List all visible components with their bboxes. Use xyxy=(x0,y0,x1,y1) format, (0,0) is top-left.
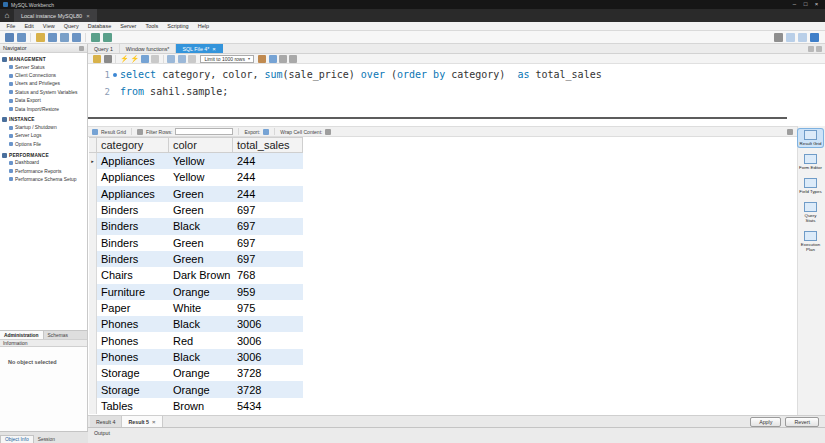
result-tab-result-4[interactable]: Result 4 xyxy=(90,416,122,427)
limit-rows-dropdown[interactable]: Limit to 1000 rows ▾ xyxy=(200,55,254,63)
table-row[interactable]: AppliancesYellow244 xyxy=(89,169,303,185)
cell-category[interactable]: Storage xyxy=(97,365,169,381)
invisible-chars-icon[interactable] xyxy=(279,55,287,63)
create-view-icon[interactable] xyxy=(72,33,81,42)
nav-item-client-connections[interactable]: Client Connections xyxy=(0,71,87,79)
home-icon[interactable]: ⌂ xyxy=(0,9,14,22)
cell-category[interactable]: Paper xyxy=(97,300,169,316)
commit-icon[interactable] xyxy=(178,55,186,63)
table-row[interactable]: BindersBlack697 xyxy=(89,218,303,234)
nav-item-data-export[interactable]: Data Export xyxy=(0,97,87,105)
field-types-panel-button[interactable]: Field Types xyxy=(798,177,823,195)
cell-color[interactable]: Yellow xyxy=(169,169,233,185)
cell-color[interactable]: Dark Brown xyxy=(169,267,233,283)
cell-category[interactable]: Appliances xyxy=(97,153,169,169)
tab-object-info[interactable]: Object Info xyxy=(0,435,34,443)
table-row[interactable]: StorageOrange3728 xyxy=(89,381,303,397)
menu-edit[interactable]: Edit xyxy=(20,23,38,29)
close-tab-icon[interactable]: × xyxy=(152,419,156,425)
cell-color[interactable]: Black xyxy=(169,316,233,332)
cell-color[interactable]: Green xyxy=(169,235,233,251)
nav-item-users-and-privileges[interactable]: Users and Privileges xyxy=(0,80,87,88)
execute-icon[interactable]: ⚡ xyxy=(120,55,128,63)
cell-category[interactable]: Tables xyxy=(97,398,169,414)
cell-color[interactable]: Red xyxy=(169,332,233,348)
cell-color[interactable]: Orange xyxy=(169,284,233,300)
filter-rows-input[interactable] xyxy=(175,128,233,135)
collapse-panel-icon[interactable] xyxy=(79,46,84,51)
table-row[interactable]: AppliancesGreen244 xyxy=(89,186,303,202)
nav-item-server-status[interactable]: Server Status xyxy=(0,63,87,71)
nav-item-options-file[interactable]: Options File xyxy=(0,140,87,148)
cell-color[interactable]: Green xyxy=(169,202,233,218)
menu-server[interactable]: Server xyxy=(116,23,141,29)
panel-bottom-toggle-icon[interactable] xyxy=(798,33,807,42)
cell-category[interactable]: Phones xyxy=(97,349,169,365)
table-row[interactable]: PhonesBlack3006 xyxy=(89,316,303,332)
cell-color[interactable]: Black xyxy=(169,218,233,234)
editor-result-splitter[interactable] xyxy=(88,117,787,119)
cell-color[interactable]: Black xyxy=(169,349,233,365)
table-row[interactable]: ChairsDark Brown768 xyxy=(89,267,303,283)
cell-color[interactable]: Orange xyxy=(169,381,233,397)
cell-category[interactable]: Phones xyxy=(97,316,169,332)
tab-administration[interactable]: Administration xyxy=(0,331,44,339)
execution-plan-panel-button[interactable]: Execution Plan xyxy=(798,230,823,253)
cell-color[interactable]: Orange xyxy=(169,365,233,381)
explain-icon[interactable] xyxy=(141,55,149,63)
table-row[interactable]: TablesBrown5434 xyxy=(89,398,303,414)
cell-total-sales[interactable]: 959 xyxy=(233,284,303,300)
export-icon[interactable] xyxy=(263,129,269,135)
nav-item-status-and-system-variables[interactable]: Status and System Variables xyxy=(0,88,87,96)
close-connection-icon[interactable]: × xyxy=(86,13,90,19)
cell-total-sales[interactable]: 5434 xyxy=(233,398,303,414)
nav-item-data-import-restore[interactable]: Data Import/Restore xyxy=(0,105,87,113)
cell-total-sales[interactable]: 768 xyxy=(233,267,303,283)
cell-category[interactable]: Binders xyxy=(97,202,169,218)
cell-color[interactable]: Green xyxy=(169,251,233,267)
apply-button[interactable]: Apply xyxy=(750,417,781,427)
code-text[interactable]: from sahil.sample; xyxy=(120,86,228,97)
cell-total-sales[interactable]: 244 xyxy=(233,153,303,169)
cell-total-sales[interactable]: 697 xyxy=(233,218,303,234)
rollback-icon[interactable] xyxy=(188,55,196,63)
new-sql-tab-icon[interactable] xyxy=(17,33,26,42)
beautify-icon[interactable] xyxy=(258,55,266,63)
stop-icon[interactable] xyxy=(151,55,159,63)
panel-left-toggle-icon[interactable] xyxy=(786,33,795,42)
table-row[interactable]: BindersGreen697 xyxy=(89,235,303,251)
execute-current-icon[interactable]: ⚡ xyxy=(130,55,138,63)
table-row[interactable]: ▸AppliancesYellow244 xyxy=(89,153,303,169)
cell-color[interactable]: Brown xyxy=(169,398,233,414)
editor-tab-sql-file-4[interactable]: SQL File 4*× xyxy=(176,44,222,53)
open-script-icon[interactable] xyxy=(36,33,45,42)
menu-query[interactable]: Query xyxy=(59,23,83,29)
new-connection-icon[interactable] xyxy=(5,33,14,42)
cell-total-sales[interactable]: 697 xyxy=(233,202,303,218)
create-schema-icon[interactable] xyxy=(48,33,57,42)
table-row[interactable]: StorageOrange3728 xyxy=(89,365,303,381)
query-stats-panel-button[interactable]: Query Stats xyxy=(798,201,823,224)
cell-category[interactable]: Furniture xyxy=(97,284,169,300)
column-header-total-sales[interactable]: total_sales xyxy=(233,138,303,152)
cell-total-sales[interactable]: 244 xyxy=(233,186,303,202)
maximize-editor-icon[interactable] xyxy=(808,46,814,52)
editor-tab-window-functions[interactable]: Window functions* xyxy=(120,44,177,53)
preferences-gear-icon[interactable] xyxy=(774,33,783,42)
save-file-icon[interactable] xyxy=(104,55,112,63)
revert-button[interactable]: Revert xyxy=(785,417,819,427)
maximize-button[interactable]: □ xyxy=(800,0,811,9)
table-row[interactable]: PaperWhite975 xyxy=(89,300,303,316)
data-export-icon[interactable] xyxy=(91,33,100,42)
cell-category[interactable]: Appliances xyxy=(97,186,169,202)
menu-scripting[interactable]: Scripting xyxy=(163,23,193,29)
cell-total-sales[interactable]: 697 xyxy=(233,235,303,251)
table-row[interactable]: FurnitureOrange959 xyxy=(89,284,303,300)
editor-tab-query-1[interactable]: Query 1 xyxy=(88,44,120,53)
cell-color[interactable]: Yellow xyxy=(169,153,233,169)
create-table-icon[interactable] xyxy=(60,33,69,42)
close-tab-icon[interactable]: × xyxy=(212,46,216,52)
editor-overflow-icon[interactable] xyxy=(816,46,822,52)
open-file-icon[interactable] xyxy=(93,55,101,63)
connection-tab[interactable]: Local instance MySQL80 × xyxy=(14,9,97,22)
